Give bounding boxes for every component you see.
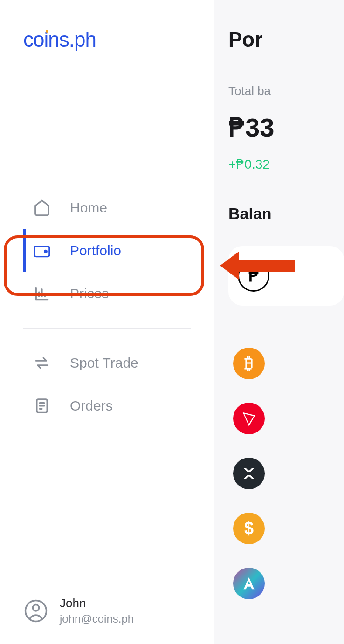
nav-list-2: Spot Trade Orders [23,342,191,427]
wallet-icon [33,241,51,260]
chart-icon [33,284,51,303]
nav-label-orders: Orders [70,398,113,414]
user-avatar-icon [23,598,48,623]
orders-icon [33,397,51,415]
tron-icon [233,403,265,434]
nav-item-portfolio[interactable]: Portfolio [23,229,191,272]
svg-point-1 [45,250,47,253]
logo-text-3: ns.ph [48,28,96,51]
swap-icon [33,354,51,372]
coin-item-aave[interactable] [228,568,344,599]
logo-text-1: co [23,28,44,51]
peso-icon: ₱ [238,260,269,292]
nav-item-home[interactable]: Home [23,186,191,229]
balance-amount: ₱33 [228,112,344,143]
balance-change: +₱0.32 [228,157,344,172]
svg-point-12 [33,604,39,611]
coin-item-btc[interactable]: ₿ [228,348,344,379]
nav-label-portfolio: Portfolio [70,243,121,259]
coin-list: ₱ ₿ $ [228,246,344,599]
nav-item-orders[interactable]: Orders [23,384,191,427]
balances-heading: Balan [228,205,344,223]
user-email: john@coins.ph [60,612,134,625]
nav-item-spot-trade[interactable]: Spot Trade [23,342,191,384]
coin-item-xrp[interactable] [228,458,344,489]
nav-label-home: Home [70,200,107,216]
coin-item-php[interactable]: ₱ [228,246,344,306]
dollar-icon: $ [233,513,265,544]
coin-item-trx[interactable] [228,403,344,434]
user-info: John john@coins.ph [60,596,134,625]
logo[interactable]: coins.ph [23,28,191,51]
nav-label-spot-trade: Spot Trade [70,355,138,371]
nav-label-prices: Prices [70,286,109,301]
user-section[interactable]: John john@coins.ph [23,577,191,625]
logo-text-2: i [44,28,48,51]
divider [23,328,191,329]
main-content: Por Total ba ₱33 +₱0.32 Balan ₱ ₿ [214,0,344,644]
coin-item-usd[interactable]: $ [228,513,344,544]
xrp-icon [233,458,265,489]
aave-icon [233,568,265,599]
nav-item-prices[interactable]: Prices [23,272,191,315]
bitcoin-icon: ₿ [233,348,265,379]
home-icon [33,199,51,217]
sidebar: coins.ph Home Portfolio Prices [0,0,214,644]
page-title: Por [228,28,344,51]
nav-list: Home Portfolio Prices [23,186,191,315]
total-balance-label: Total ba [228,84,344,98]
user-name: John [60,596,134,610]
